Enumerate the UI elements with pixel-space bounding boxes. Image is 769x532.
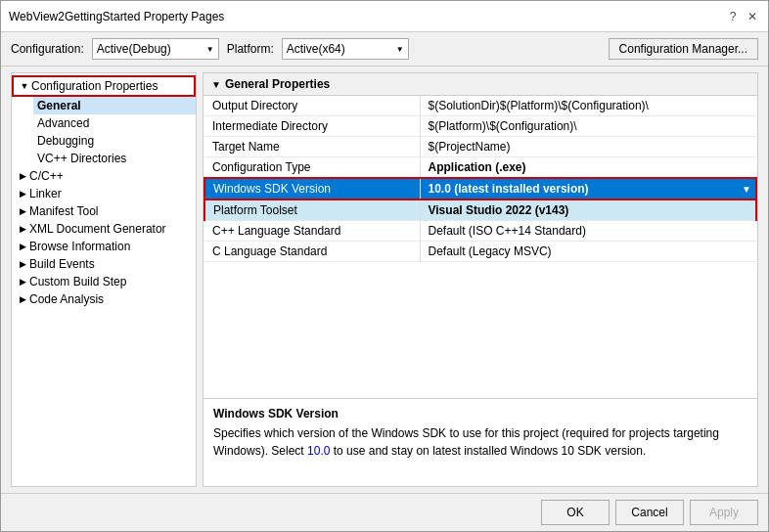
table-row[interactable]: Output Directory $(SolutionDir)$(Platfor… (204, 96, 756, 116)
configuration-select[interactable]: Active(Debug) ▼ (92, 38, 219, 60)
prop-value: Default (ISO C++14 Standard) (420, 221, 756, 242)
build-events-expand-icon: ▶ (16, 257, 29, 271)
help-button[interactable]: ? (725, 9, 741, 24)
platform-select[interactable]: Active(x64) ▼ (282, 38, 409, 60)
manifest-tool-expand-icon: ▶ (16, 204, 29, 218)
sidebar-item-linker[interactable]: ▶ Linker (12, 185, 196, 202)
apply-button[interactable]: Apply (690, 500, 758, 525)
properties-table: Output Directory $(SolutionDir)$(Platfor… (204, 96, 757, 262)
config-bar: Configuration: Active(Debug) ▼ Platform:… (1, 32, 768, 66)
sidebar-item-browse-info[interactable]: ▶ Browse Information (12, 238, 196, 255)
prop-value: Default (Legacy MSVC) (420, 242, 756, 262)
tree-children: General Advanced Debugging VC++ Director… (12, 97, 196, 167)
table-row[interactable]: C++ Language Standard Default (ISO C++14… (204, 221, 756, 242)
sidebar-item-custom-build[interactable]: ▶ Custom Build Step (12, 273, 196, 290)
table-row-toolset[interactable]: Platform Toolset Visual Studio 2022 (v14… (204, 200, 756, 221)
sidebar-item-vc-directories[interactable]: VC++ Directories (33, 150, 196, 167)
prop-value: $(ProjectName) (420, 137, 756, 157)
close-button[interactable]: ✕ (745, 9, 760, 24)
prop-name: Platform Toolset (204, 200, 420, 221)
title-bar-controls: ? ✕ (725, 9, 760, 24)
sidebar-item-xml-doc[interactable]: ▶ XML Document Generator (12, 220, 196, 238)
configuration-manager-button[interactable]: Configuration Manager... (609, 38, 758, 60)
description-area: Windows SDK Version Specifies which vers… (204, 398, 757, 486)
prop-name: Target Name (204, 137, 420, 157)
table-row[interactable]: Target Name $(ProjectName) (204, 137, 756, 157)
cpp-expand-icon: ▶ (16, 169, 29, 183)
configuration-label: Configuration: (11, 42, 84, 56)
property-pages-dialog: WebView2GettingStarted Property Pages ? … (0, 0, 769, 532)
tree-root: ▼ Configuration Properties General Advan… (12, 73, 196, 310)
table-row[interactable]: Intermediate Directory $(Platform)\$(Con… (204, 116, 756, 137)
description-title: Windows SDK Version (213, 407, 747, 421)
prop-value: $(Platform)\$(Configuration)\ (420, 116, 756, 137)
prop-name: C Language Standard (204, 242, 420, 262)
config-properties-label: Configuration Properties (31, 79, 158, 93)
prop-value: Application (.exe) (420, 157, 756, 179)
sidebar-item-build-events[interactable]: ▶ Build Events (12, 255, 196, 273)
properties-area: ▼ General Properties Output Directory $(… (204, 73, 757, 398)
cancel-button[interactable]: Cancel (615, 500, 684, 525)
sidebar-item-cpp[interactable]: ▶ C/C++ (12, 167, 196, 185)
sidebar-item-general[interactable]: General (33, 97, 196, 114)
right-panel: ▼ General Properties Output Directory $(… (203, 72, 758, 487)
prop-value: $(SolutionDir)$(Platform)\$(Configuratio… (420, 96, 756, 116)
main-area: ▼ Configuration Properties General Advan… (1, 66, 768, 493)
description-text: Specifies which version of the Windows S… (213, 424, 747, 460)
prop-name: Output Directory (204, 96, 420, 116)
section-expand-icon: ▼ (211, 79, 221, 90)
configuration-dropdown-arrow: ▼ (206, 45, 214, 54)
browse-info-expand-icon: ▶ (16, 240, 29, 253)
sidebar-item-manifest-tool[interactable]: ▶ Manifest Tool (12, 202, 196, 220)
prop-value: Visual Studio 2022 (v143) (420, 200, 756, 221)
dialog-title: WebView2GettingStarted Property Pages (9, 10, 224, 23)
prop-value: 10.0 (latest installed version) ▼ (420, 178, 756, 200)
sdk-dropdown-arrow[interactable]: ▼ (742, 184, 751, 195)
ok-button[interactable]: OK (541, 500, 610, 525)
code-analysis-expand-icon: ▶ (16, 292, 29, 306)
prop-name: Windows SDK Version (204, 178, 420, 200)
properties-section-header: ▼ General Properties (204, 73, 757, 96)
sidebar-item-debugging[interactable]: Debugging (33, 132, 196, 150)
linker-expand-icon: ▶ (16, 187, 29, 200)
table-row[interactable]: Configuration Type Application (.exe) (204, 157, 756, 179)
table-row[interactable]: C Language Standard Default (Legacy MSVC… (204, 242, 756, 262)
description-highlight: 10.0 (307, 444, 330, 458)
footer: OK Cancel Apply (1, 493, 768, 531)
config-properties-expand-icon: ▼ (18, 79, 31, 93)
sidebar-item-code-analysis[interactable]: ▶ Code Analysis (12, 290, 196, 308)
xml-doc-expand-icon: ▶ (16, 222, 29, 236)
platform-dropdown-arrow: ▼ (396, 45, 404, 54)
prop-name: C++ Language Standard (204, 221, 420, 242)
table-row-sdk[interactable]: Windows SDK Version 10.0 (latest install… (204, 178, 756, 200)
section-title: General Properties (225, 77, 330, 91)
platform-label: Platform: (227, 42, 274, 56)
prop-name: Configuration Type (204, 157, 420, 179)
config-properties-root[interactable]: ▼ Configuration Properties (12, 75, 196, 97)
title-bar: WebView2GettingStarted Property Pages ? … (1, 1, 768, 32)
sidebar-item-advanced[interactable]: Advanced (33, 114, 196, 132)
left-panel: ▼ Configuration Properties General Advan… (11, 72, 197, 487)
prop-name: Intermediate Directory (204, 116, 420, 137)
custom-build-expand-icon: ▶ (16, 275, 29, 288)
